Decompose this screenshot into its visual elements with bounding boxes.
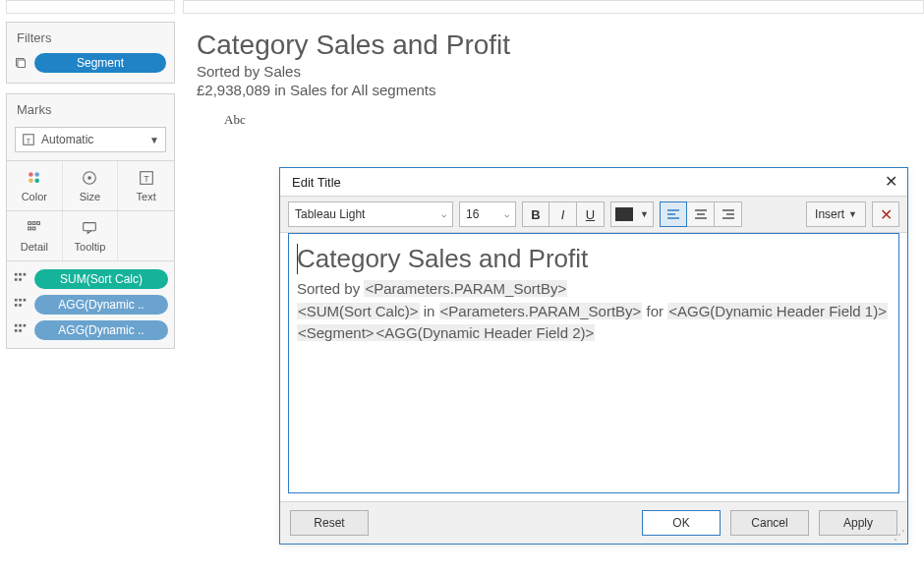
- svg-rect-22: [19, 278, 22, 281]
- svg-rect-32: [19, 329, 22, 332]
- placeholder-segment: <Segment>: [297, 324, 375, 341]
- ok-button[interactable]: OK: [642, 510, 721, 536]
- resize-grip-icon[interactable]: ⋰: [894, 528, 903, 542]
- font-color-select[interactable]: ▼: [610, 201, 654, 227]
- viz-subtitle-2: £2,938,089 in Sales for All segments: [197, 82, 924, 98]
- color-swatch: [615, 207, 633, 221]
- reset-button[interactable]: Reset: [290, 510, 369, 536]
- mark-type-select[interactable]: T Automatic ▼: [15, 127, 166, 152]
- placeholder-agg-header-1: <AGG(Dynamic Header Field 1)>: [667, 303, 888, 319]
- svg-rect-19: [19, 273, 22, 276]
- svg-rect-29: [19, 324, 22, 327]
- placeholder-agg-header-2: <AGG(Dynamic Header Field 2)>: [375, 324, 596, 341]
- editor-text: for: [642, 303, 667, 319]
- align-center-button[interactable]: [687, 201, 715, 227]
- marks-panel: Marks T Automatic ▼ Color Size T: [6, 93, 175, 349]
- svg-rect-26: [15, 304, 18, 307]
- chevron-down-icon: ▼: [848, 209, 857, 219]
- svg-point-6: [29, 178, 33, 183]
- mark-pill-agg-dynamic-2[interactable]: AGG(Dynamic ..: [34, 320, 168, 340]
- editor-text: in: [420, 303, 439, 319]
- svg-point-7: [34, 178, 39, 183]
- svg-rect-16: [32, 227, 35, 230]
- editor-text: Sorted by: [297, 280, 364, 297]
- marks-tooltip-card[interactable]: Tooltip: [63, 211, 119, 260]
- shelf-stub: [6, 0, 175, 14]
- align-left-button[interactable]: [660, 201, 687, 227]
- font-size-value: 16: [466, 207, 479, 221]
- edit-title-dialog: Edit Title ✕ Tableau Light ⌵ 16 ⌵ B I U …: [279, 167, 908, 545]
- marks-text-label: Text: [137, 191, 156, 202]
- insert-field-button[interactable]: Insert ▼: [806, 201, 866, 227]
- marks-tooltip-label: Tooltip: [75, 241, 106, 253]
- svg-point-4: [29, 172, 33, 177]
- marks-size-card[interactable]: Size: [63, 161, 119, 210]
- text-cursor: [297, 244, 298, 274]
- bold-button[interactable]: B: [522, 201, 549, 227]
- svg-rect-14: [37, 222, 40, 225]
- mark-pill-sum-sort-calc[interactable]: SUM(Sort Calc): [34, 269, 168, 289]
- svg-rect-1: [18, 60, 26, 68]
- marks-size-label: Size: [80, 191, 100, 202]
- svg-rect-15: [29, 227, 31, 230]
- marks-detail-label: Detail: [21, 241, 48, 253]
- detail-icon: [13, 272, 29, 286]
- editor-title-line: Category Sales and Profit: [297, 244, 588, 273]
- font-size-select[interactable]: 16 ⌵: [459, 201, 516, 227]
- placeholder-sum-sort-calc: <SUM(Sort Calc)>: [297, 303, 420, 319]
- marks-detail-card[interactable]: Detail: [7, 211, 63, 260]
- chevron-down-icon: ⌵: [441, 209, 446, 219]
- columns-shelf-stub: [183, 0, 924, 14]
- font-family-value: Tableau Light: [295, 207, 365, 221]
- mark-pill-agg-dynamic-1[interactable]: AGG(Dynamic ..: [34, 295, 168, 315]
- chevron-down-icon: ⌵: [504, 209, 509, 219]
- svg-rect-24: [19, 299, 22, 302]
- filters-heading: Filters: [7, 23, 174, 49]
- viz-canvas: Category Sales and Profit Sorted by Sale…: [197, 29, 924, 128]
- filter-context-icon[interactable]: [15, 56, 27, 70]
- svg-rect-18: [15, 273, 18, 276]
- svg-rect-25: [24, 299, 27, 302]
- svg-rect-27: [19, 304, 22, 307]
- chevron-down-icon: ▼: [149, 135, 159, 145]
- dialog-title: Edit Title: [292, 175, 341, 190]
- svg-rect-30: [24, 324, 27, 327]
- mark-type-label: Automatic: [41, 133, 93, 146]
- svg-rect-12: [29, 222, 31, 225]
- svg-rect-28: [15, 324, 18, 327]
- title-editor[interactable]: Category Sales and Profit Sorted by <Par…: [288, 233, 899, 493]
- detail-icon: [13, 323, 29, 337]
- clear-formatting-button[interactable]: ✕: [872, 201, 899, 227]
- svg-point-9: [88, 176, 92, 180]
- marks-heading: Marks: [7, 94, 174, 121]
- viz-title[interactable]: Category Sales and Profit: [197, 29, 924, 61]
- font-family-select[interactable]: Tableau Light ⌵: [288, 201, 453, 227]
- format-toolbar: Tableau Light ⌵ 16 ⌵ B I U ▼: [280, 196, 907, 233]
- svg-text:T: T: [144, 174, 149, 184]
- svg-rect-20: [24, 273, 27, 276]
- viz-subtitle-1: Sorted by Sales: [197, 63, 924, 80]
- underline-button[interactable]: U: [577, 201, 605, 227]
- apply-button[interactable]: Apply: [819, 510, 897, 536]
- svg-rect-31: [15, 329, 18, 332]
- italic-button[interactable]: I: [549, 201, 577, 227]
- cancel-button[interactable]: Cancel: [730, 510, 809, 536]
- svg-rect-17: [84, 223, 96, 231]
- svg-text:T: T: [27, 137, 31, 145]
- filter-pill-segment[interactable]: Segment: [34, 53, 166, 73]
- close-icon[interactable]: ✕: [885, 174, 897, 190]
- chevron-down-icon: ▼: [640, 209, 649, 219]
- marks-color-card[interactable]: Color: [7, 161, 63, 210]
- detail-icon: [13, 298, 29, 312]
- placeholder-param-sortby: <Parameters.PARAM_SortBy>: [364, 280, 567, 297]
- marks-color-label: Color: [22, 191, 47, 202]
- viz-mark-abc: Abc: [224, 112, 924, 128]
- placeholder-param-sortby: <Parameters.PARAM_SortBy>: [439, 303, 643, 319]
- svg-rect-21: [15, 278, 18, 281]
- filters-panel: Filters Segment: [6, 22, 175, 84]
- svg-point-5: [34, 172, 39, 177]
- align-right-button[interactable]: [715, 201, 742, 227]
- svg-rect-13: [32, 222, 35, 225]
- insert-label: Insert: [815, 207, 844, 221]
- marks-text-card[interactable]: T Text: [118, 161, 174, 210]
